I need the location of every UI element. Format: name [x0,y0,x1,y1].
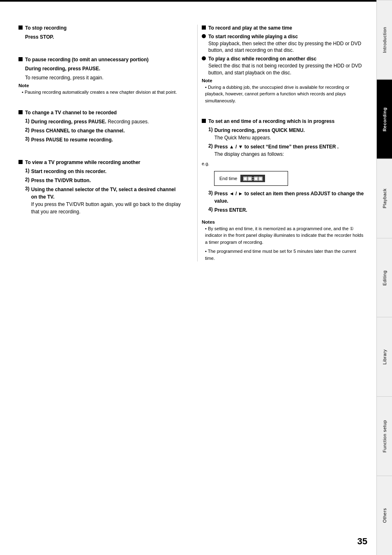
change-channel-step1: 1) During recording, press PAUSE. Record… [25,118,181,125]
section-change-channel-heading: To change a TV channel to be recorded [18,109,181,116]
display-inner: End time ▣▣:▣▣ [219,175,283,182]
section-stop-recording-heading: To stop recording [18,25,181,32]
stop-recording-instruction: Press STOP. [25,33,181,41]
record-play-bullet1: To start recording while playing a disc … [202,33,364,54]
record-play-bullet1-title: To start recording while playing a disc [208,34,298,39]
sidebar-tab-playback[interactable]: Playback [377,159,392,238]
sidebar-tab-introduction[interactable]: Introduction [377,0,392,79]
record-play-bullet2-text: Select the disc that is not being record… [208,63,362,76]
sidebar-tab-library[interactable]: Library [377,317,392,396]
heading-bullet-3 [18,110,23,114]
record-play-title: To record and play at the same time [208,25,292,32]
sidebar-tab-recording[interactable]: Recording [377,79,392,159]
section-pause-recording-heading: To pause recording (to omit an unnecessa… [18,56,181,63]
sidebar-tab-function-setup[interactable]: Function setup [377,396,392,476]
page-container: Introduction Recording Playback Editing … [0,0,392,555]
heading-bullet-4 [18,160,23,164]
end-time-note2: The programmed end time must be set for … [205,248,364,261]
end-time-step2: 2) Press ▲ / ▼ to select “End time” then… [208,143,364,158]
display-time-value: ▣▣:▣▣ [240,175,265,182]
circle-bullet-1 [202,34,206,38]
section-view-tv-heading: To view a TV programme while recording a… [18,159,181,166]
heading-bullet-2 [18,57,23,61]
record-play-bullet1-text: Stop playback, then select the other dis… [208,41,361,53]
heading-bullet-1 [18,25,23,30]
pause-note-text: Pausing recording automatically creates … [22,89,181,96]
heading-bullet-6 [202,119,206,123]
eg-label: e.g. [202,161,364,166]
record-play-bullet2: To play a disc while recording on anothe… [202,56,364,76]
end-time-notes-label: Notes [202,220,364,224]
end-time-title: To set an end time of a recording which … [208,118,334,125]
end-time-display-box: End time ▣▣:▣▣ [214,171,288,186]
pause-recording-step1-bold: During recording, press PAUSE. [25,65,181,72]
heading-bullet-5 [202,25,206,30]
display-end-time-label: End time [219,176,237,181]
end-time-note1: By setting an end time, it is memorized … [205,225,364,246]
change-channel-step3: 3) Press PAUSE to resume recording. [25,136,181,143]
change-channel-step2: 2) Press CHANNEL to change the channel. [25,127,181,134]
stop-recording-title: To stop recording [25,25,67,32]
end-time-step3: 3) Press ◄ / ► to select an item then pr… [208,190,364,205]
pause-note-label: Note [18,83,181,88]
record-play-note-text: During a dubbing job, the unoccupied dri… [205,84,364,104]
view-tv-step2: 2) Press the TV/DVR button. [25,177,181,184]
view-tv-step3: 3) Using the channel selector of the TV,… [25,186,181,215]
main-content: To stop recording Press STOP. To pause r… [0,4,376,555]
record-play-bullet2-title: To play a disc while recording on anothe… [208,56,316,62]
right-column: To record and play at the same time To s… [197,25,364,261]
section-end-time-heading: To set an end time of a recording which … [202,118,364,125]
record-play-note-label: Note [202,78,364,83]
sidebar-tab-editing[interactable]: Editing [377,238,392,317]
change-channel-title: To change a TV channel to be recorded [25,109,117,116]
pause-recording-step1-text: To resume recording, press it again. [25,74,181,81]
pause-recording-title: To pause recording (to omit an unnecessa… [25,56,148,63]
end-time-step1: 1) During recording, press QUICK MENU. T… [208,127,364,141]
view-tv-title: To view a TV programme while recording a… [25,159,141,166]
circle-bullet-2 [202,56,206,60]
top-border [0,0,392,2]
section-record-play-heading: To record and play at the same time [202,25,364,32]
left-column: To stop recording Press STOP. To pause r… [18,25,185,261]
end-time-step4: 4) Press ENTER. [208,206,364,214]
sidebar-tab-others[interactable]: Others [377,476,392,555]
page-number: 35 [357,536,367,547]
view-tv-step1: 1) Start recording on this recorder. [25,168,181,175]
sidebar: Introduction Recording Playback Editing … [376,0,392,555]
